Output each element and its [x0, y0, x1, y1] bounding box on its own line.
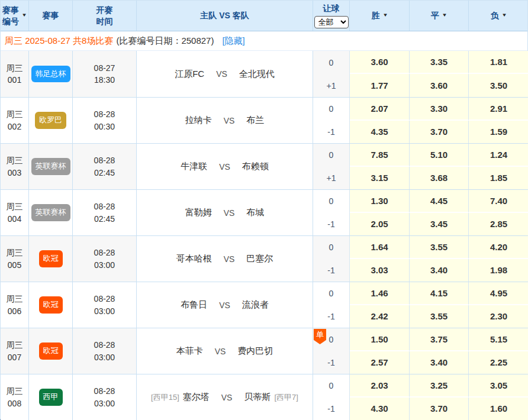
match-number-cell: 周三 008: [1, 374, 29, 420]
odds-lose-top[interactable]: 2.91: [469, 98, 528, 121]
odds-win-top[interactable]: 2.07: [350, 98, 410, 121]
handicap-filter-select[interactable]: 全部: [314, 16, 349, 28]
betting-odds-table: 赛事 编号 ▼ 赛事 开赛 时间 主队 VS 客队 让球 全部 胜 ▼ 平 ▼ …: [0, 0, 528, 420]
match-row: 周三 008 西甲 08-28 03:00 [西甲15] 塞尔塔 VS 贝蒂斯 …: [1, 374, 527, 420]
odds-win-bottom[interactable]: 3.15: [350, 167, 410, 190]
odds-draw-top[interactable]: 3.35: [410, 51, 469, 74]
handicap-cell-top: 0: [313, 374, 350, 398]
handicap-cell-top: 0: [313, 98, 350, 121]
handicap-0: 0: [329, 289, 334, 298]
match-time: 03:00: [94, 305, 115, 317]
league-badge: 欧冠: [39, 343, 63, 360]
handicap-cell-bottom: -1: [313, 259, 350, 282]
odds-lose-0: 7.40: [490, 196, 507, 206]
odds-draw-bottom[interactable]: 3.70: [410, 398, 469, 420]
odds-lose-top[interactable]: 1.81: [469, 51, 528, 74]
handicap-0: 0: [329, 381, 334, 390]
match-date: 08-27: [94, 62, 115, 74]
header-lose[interactable]: 负 ▼: [469, 1, 528, 31]
odds-draw-bottom[interactable]: 3.40: [410, 351, 469, 374]
odds-draw-bottom[interactable]: 3.60: [410, 74, 469, 97]
odds-win-top[interactable]: 7.85: [350, 144, 410, 167]
away-team: 全北现代: [239, 69, 275, 80]
odds-lose-bottom[interactable]: 1.60: [469, 398, 528, 420]
match-weekday: 周三: [7, 108, 23, 120]
odds-win-bottom[interactable]: 2.42: [350, 305, 410, 328]
odds-draw-bottom[interactable]: 3.40: [410, 259, 469, 282]
odds-lose-top[interactable]: 1.24: [469, 144, 528, 167]
odds-lose-bottom[interactable]: 1.85: [469, 167, 528, 190]
odds-draw-top[interactable]: 4.45: [410, 190, 469, 213]
match-number: 005: [8, 259, 21, 271]
away-team: 布城: [246, 207, 264, 218]
home-team: 哥本哈根: [176, 253, 212, 264]
handicap-cell-bottom: +1: [313, 167, 350, 190]
match-date: 08-28: [94, 339, 115, 351]
odds-lose-bottom[interactable]: 3.50: [469, 74, 528, 97]
handicap-cell-top: 0: [313, 282, 350, 305]
handicap-1: -1: [327, 312, 334, 321]
odds-lose-bottom[interactable]: 1.59: [469, 121, 528, 144]
odds-win-0: 1.50: [371, 334, 388, 344]
odds-win-top[interactable]: 3.60: [350, 51, 410, 74]
match-weekday: 周三: [7, 201, 23, 212]
odds-draw-0: 3.55: [430, 242, 447, 252]
vs-label: VS: [215, 347, 226, 356]
single-bet-badge: 单: [314, 329, 326, 344]
league-badge: 欧罗巴: [35, 112, 66, 129]
header-match-number[interactable]: 赛事 编号 ▼: [1, 1, 29, 31]
odds-draw-top[interactable]: 3.30: [410, 98, 469, 121]
odds-win-bottom[interactable]: 3.03: [350, 259, 410, 282]
odds-draw-top[interactable]: 3.75: [410, 328, 469, 351]
odds-draw-bottom[interactable]: 3.55: [410, 305, 469, 328]
odds-lose-top[interactable]: 7.40: [469, 190, 528, 213]
odds-win-top[interactable]: 1.50: [350, 328, 410, 351]
handicap-1: -1: [327, 266, 334, 275]
odds-win-1: 2.57: [371, 357, 388, 367]
odds-draw-bottom[interactable]: 3.45: [410, 213, 469, 236]
odds-draw-top[interactable]: 4.15: [410, 282, 469, 305]
odds-win-bottom[interactable]: 2.05: [350, 213, 410, 236]
header-teams: 主队 VS 客队: [137, 1, 313, 31]
odds-win-bottom[interactable]: 2.57: [350, 351, 410, 374]
sort-arrow-icon: ▼: [382, 12, 388, 18]
odds-win-bottom[interactable]: 4.30: [350, 398, 410, 420]
header-draw[interactable]: 平 ▼: [410, 1, 469, 31]
header-win[interactable]: 胜 ▼: [350, 1, 410, 31]
odds-lose-1: 1.85: [490, 173, 507, 183]
header-handicap-label: 让球: [323, 3, 340, 14]
odds-lose-0: 1.24: [490, 150, 507, 160]
odds-lose-top[interactable]: 5.15: [469, 328, 528, 351]
odds-draw-top[interactable]: 3.55: [410, 236, 469, 259]
odds-lose-top[interactable]: 4.20: [469, 236, 528, 259]
odds-draw-top[interactable]: 3.25: [410, 374, 469, 398]
odds-draw-1: 3.55: [430, 311, 447, 321]
odds-lose-bottom[interactable]: 2.85: [469, 213, 528, 236]
odds-win-1: 4.35: [371, 127, 388, 137]
odds-lose-top[interactable]: 4.95: [469, 282, 528, 305]
hide-link[interactable]: [隐藏]: [222, 35, 244, 47]
odds-lose-bottom[interactable]: 1.98: [469, 259, 528, 282]
odds-win-top[interactable]: 1.64: [350, 236, 410, 259]
match-time: 02:45: [94, 213, 115, 225]
odds-draw-bottom[interactable]: 3.70: [410, 121, 469, 144]
odds-win-bottom[interactable]: 4.35: [350, 121, 410, 144]
odds-win-top[interactable]: 1.30: [350, 190, 410, 213]
match-row: 周三 007 欧冠 08-28 03:00 本菲卡 VS 费内巴切 单 0 -1…: [1, 328, 527, 374]
odds-win-bottom[interactable]: 1.77: [350, 74, 410, 97]
away-team: 巴塞尔: [246, 253, 273, 264]
odds-draw-bottom[interactable]: 3.68: [410, 167, 469, 190]
match-number: 002: [8, 121, 21, 133]
odds-lose-1: 1.59: [490, 127, 507, 137]
match-number-cell: 周三 005: [1, 236, 29, 282]
odds-win-top[interactable]: 1.46: [350, 282, 410, 305]
odds-draw-top[interactable]: 5.10: [410, 144, 469, 167]
odds-lose-top[interactable]: 3.05: [469, 374, 528, 398]
odds-lose-bottom[interactable]: 2.25: [469, 351, 528, 374]
odds-win-top[interactable]: 2.03: [350, 374, 410, 398]
match-weekday: 周三: [7, 247, 23, 259]
away-team: 流浪者: [242, 299, 269, 311]
odds-draw-1: 3.45: [430, 219, 447, 229]
odds-lose-bottom[interactable]: 2.30: [469, 305, 528, 328]
away-team: 贝蒂斯: [244, 392, 271, 403]
